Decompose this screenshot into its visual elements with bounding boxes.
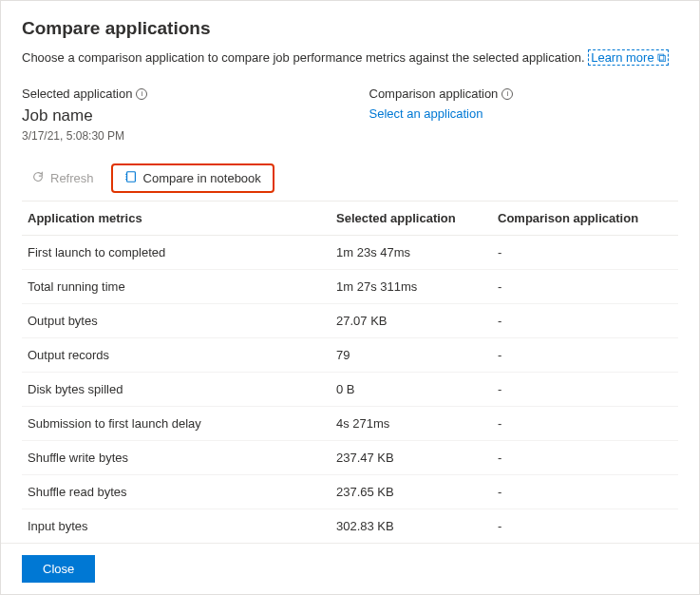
learn-more-link[interactable]: Learn more ⧉: [588, 49, 669, 66]
table-row: Output bytes27.07 KB-: [22, 304, 678, 338]
refresh-button[interactable]: Refresh: [22, 165, 104, 191]
comparison-application-section: Comparison application i Select an appli…: [369, 86, 679, 156]
refresh-icon: [31, 170, 45, 186]
metric-name: Output records: [28, 348, 336, 362]
info-icon[interactable]: i: [136, 88, 147, 100]
panel-title: Compare applications: [22, 18, 678, 39]
external-link-icon: ⧉: [657, 50, 666, 65]
metric-name: Output bytes: [28, 314, 336, 328]
metric-selected-value: 1m 23s 47ms: [336, 245, 498, 259]
metric-comparison-value: -: [498, 519, 672, 533]
metric-name: Disk bytes spilled: [28, 382, 336, 396]
metric-comparison-value: -: [498, 279, 672, 294]
metric-comparison-value: -: [498, 314, 672, 328]
info-icon[interactable]: i: [501, 88, 513, 100]
metric-selected-value: 79: [336, 348, 498, 362]
metric-selected-value: 4s 271ms: [336, 416, 498, 431]
metric-comparison-value: -: [498, 382, 672, 396]
col-header-metric: Application metrics: [28, 211, 336, 225]
comparison-label: Comparison application: [369, 86, 499, 101]
table-row: Submission to first launch delay4s 271ms…: [22, 407, 678, 441]
metric-selected-value: 1m 27s 311ms: [336, 279, 498, 294]
toolbar: Refresh Compare in notebook: [22, 163, 678, 202]
metric-name: Submission to first launch delay: [28, 416, 336, 431]
metric-selected-value: 302.83 KB: [336, 519, 498, 533]
footer: Close: [1, 543, 699, 594]
close-button[interactable]: Close: [22, 555, 95, 583]
metric-selected-value: 237.65 KB: [336, 485, 498, 499]
metric-selected-value: 237.47 KB: [336, 451, 498, 465]
metric-name: Total running time: [28, 279, 336, 294]
svg-rect-0: [126, 172, 135, 182]
metric-name: Input bytes: [28, 519, 336, 533]
table-row: Input bytes302.83 KB-: [22, 509, 678, 543]
metric-comparison-value: -: [498, 451, 672, 465]
metric-selected-value: 27.07 KB: [336, 314, 498, 328]
metric-comparison-value: -: [498, 348, 672, 362]
panel-description: Choose a comparison application to compa…: [22, 50, 678, 66]
table-header: Application metrics Selected application…: [22, 202, 678, 236]
metrics-table: Application metrics Selected application…: [22, 202, 678, 543]
metric-comparison-value: -: [498, 245, 672, 259]
table-row: Shuffle write bytes237.47 KB-: [22, 441, 678, 475]
timestamp: 3/17/21, 5:08:30 PM: [22, 129, 331, 143]
description-text: Choose a comparison application to compa…: [22, 50, 588, 65]
compare-in-notebook-button[interactable]: Compare in notebook: [111, 163, 274, 193]
metric-comparison-value: -: [498, 485, 672, 499]
table-row: Output records79-: [22, 338, 678, 373]
table-row: First launch to completed1m 23s 47ms-: [22, 236, 678, 270]
metric-selected-value: 0 B: [336, 382, 498, 396]
refresh-label: Refresh: [50, 171, 94, 185]
selected-label: Selected application: [22, 86, 132, 101]
selected-application-section: Selected application i Job name 3/17/21,…: [22, 86, 331, 156]
table-row: Shuffle read bytes237.65 KB-: [22, 475, 678, 509]
table-row: Total running time1m 27s 311ms-: [22, 270, 678, 304]
job-name: Job name: [22, 106, 331, 125]
metric-comparison-value: -: [498, 416, 672, 431]
metric-name: Shuffle read bytes: [28, 485, 336, 499]
col-header-comparison: Comparison application: [498, 211, 672, 225]
select-application-link[interactable]: Select an application: [369, 106, 679, 121]
col-header-selected: Selected application: [336, 211, 498, 225]
metric-name: Shuffle write bytes: [28, 451, 336, 465]
metric-name: First launch to completed: [28, 245, 336, 259]
compare-label: Compare in notebook: [143, 171, 261, 185]
table-row: Disk bytes spilled0 B-: [22, 373, 678, 407]
notebook-icon: [124, 170, 138, 186]
